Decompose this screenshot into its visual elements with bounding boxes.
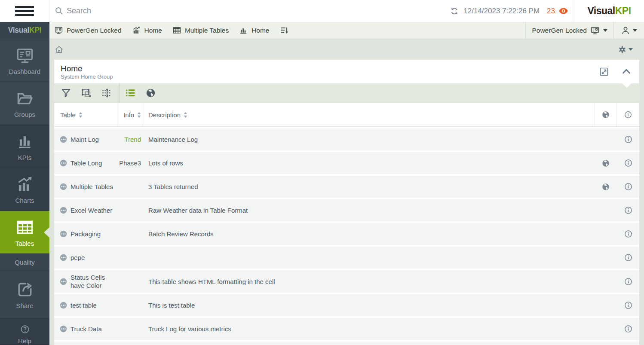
info-icon[interactable] (624, 229, 633, 238)
user-menu-dropdown[interactable] (614, 22, 644, 39)
column-header-details (617, 103, 639, 126)
ellipsis-icon[interactable] (60, 325, 67, 333)
info-icon[interactable] (624, 182, 633, 191)
info-icon[interactable] (624, 159, 633, 168)
ellipsis-icon[interactable] (60, 136, 67, 143)
sort-arrows-icon[interactable] (79, 112, 83, 118)
panel-header: Home System Home Group (54, 60, 639, 83)
row-globe-cell (595, 176, 617, 198)
filter-icon[interactable] (61, 88, 71, 98)
collapse-chevron-icon[interactable] (621, 67, 632, 77)
row-description: Maintenance Log (148, 136, 198, 143)
ellipsis-icon[interactable] (60, 302, 67, 309)
page-settings-dropdown[interactable] (618, 45, 633, 54)
row-name-cell: Table Long (54, 152, 118, 174)
globe-icon (601, 159, 610, 168)
table-row[interactable]: pepe (54, 247, 639, 269)
page-subtitle: System Home Group (61, 73, 599, 80)
table-row[interactable]: Maint Log Trend Maintenance Log (54, 128, 639, 150)
info-icon[interactable] (624, 253, 633, 262)
row-name[interactable]: pepe (71, 253, 85, 262)
profile-dropdown[interactable]: PowerGen Locked (526, 22, 613, 39)
row-spacing-icon[interactable] (101, 88, 112, 98)
ellipsis-icon[interactable] (60, 254, 67, 261)
row-name[interactable]: Multiple Tables (71, 183, 113, 191)
sidebar-item-groups[interactable]: Groups (0, 82, 49, 125)
row-details-cell (617, 152, 639, 174)
sidebar-item-share[interactable]: Share (0, 271, 49, 318)
tab-bar: PowerGen Locked Home Multiple Tables Hom… (49, 22, 644, 39)
column-header-info[interactable]: Info (118, 103, 143, 126)
table-row[interactable]: Multiple Tables 3 Tables returned (54, 176, 639, 198)
ellipsis-icon[interactable] (60, 278, 67, 285)
table-row[interactable]: test table This is test table (54, 294, 639, 316)
list-view-icon[interactable] (125, 88, 136, 98)
row-name[interactable]: Status Cells have Color (71, 273, 117, 290)
info-icon[interactable] (624, 135, 633, 144)
row-name[interactable]: Excel Weather (71, 206, 112, 214)
dashboard-monitor-icon (15, 46, 34, 65)
eye-icon[interactable] (559, 8, 568, 14)
row-name-cell: Status Cells have Color (54, 270, 118, 293)
sidebar-item-help[interactable]: Help (0, 318, 49, 345)
table-row[interactable]: Status Cells have Color This table shows… (54, 270, 639, 293)
hamburger-menu-button[interactable] (0, 0, 49, 22)
column-chart-icon (239, 26, 248, 35)
globe-icon[interactable] (145, 88, 156, 98)
toolbar-divider (120, 83, 120, 103)
tab-multiple-tables[interactable]: Multiple Tables (172, 26, 229, 35)
ellipsis-icon[interactable] (60, 230, 67, 238)
row-name[interactable]: Maint Log (71, 135, 99, 143)
table-row[interactable]: Table Long Phase3 Lots of rows (54, 152, 639, 174)
globe-icon (601, 183, 610, 191)
sort-descending-icon[interactable] (280, 26, 289, 35)
info-icon[interactable] (624, 301, 633, 310)
row-name[interactable]: test table (71, 301, 97, 309)
tab-label: Home (251, 27, 269, 34)
info-icon[interactable] (624, 206, 633, 215)
tab-powergen-locked[interactable]: PowerGen Locked (54, 26, 122, 35)
ellipsis-icon[interactable] (60, 183, 67, 190)
tab-home-chart[interactable]: Home (132, 26, 162, 35)
row-description: 3 Tables returned (148, 183, 198, 190)
sidebar-item-charts[interactable]: Charts (0, 168, 49, 211)
home-icon[interactable] (55, 45, 64, 54)
column-header-description[interactable]: Description (143, 103, 595, 126)
sidebar-item-quality[interactable]: Quality (0, 254, 49, 271)
row-description: Batch Review Records (148, 230, 214, 238)
row-name-cell: Packaging (54, 223, 118, 245)
refresh-icon[interactable] (450, 7, 459, 15)
info-icon[interactable] (624, 324, 633, 333)
row-name[interactable]: Packaging (71, 230, 101, 238)
info-icon[interactable] (624, 277, 633, 286)
sidebar-item-dashboard[interactable]: Dashboard (0, 39, 49, 82)
table-row[interactable]: Packaging Batch Review Records (54, 223, 639, 245)
expand-icon[interactable] (599, 67, 609, 77)
table-row[interactable]: Excel Weather Raw Weather data in Table … (54, 199, 639, 221)
tab-home-columns[interactable]: Home (239, 26, 269, 35)
table-grid-icon (172, 26, 181, 35)
table-row[interactable]: Truck Data Truck Log for various metrics (54, 318, 639, 340)
home-group-panel: Home System Home Group (54, 60, 639, 345)
table-body: Maint Log Trend Maintenance Log Table Lo… (54, 127, 639, 345)
sidebar-item-kpis[interactable]: KPIs (0, 125, 49, 168)
row-name-cell: Truck Data (54, 318, 118, 340)
row-globe-cell (595, 199, 617, 221)
search-input[interactable] (67, 6, 196, 15)
sidebar-item-tables[interactable]: Tables (0, 211, 49, 254)
sort-arrows-icon[interactable] (137, 112, 141, 118)
column-header-table[interactable]: Table (54, 103, 118, 126)
info-icon (624, 110, 632, 119)
sidebar-item-label: Help (18, 337, 31, 345)
alert-count[interactable]: 23 (547, 7, 555, 15)
ellipsis-icon[interactable] (60, 207, 67, 214)
row-globe-cell (595, 152, 617, 174)
row-name[interactable]: Truck Data (71, 325, 102, 333)
chevron-down-icon (603, 29, 607, 32)
search-icon (55, 6, 64, 15)
sort-arrows-icon[interactable] (184, 112, 187, 118)
row-name[interactable]: Table Long (71, 159, 102, 167)
panel-toolbar (54, 83, 639, 103)
ellipsis-icon[interactable] (60, 159, 67, 167)
selection-frame-icon[interactable] (81, 88, 92, 98)
